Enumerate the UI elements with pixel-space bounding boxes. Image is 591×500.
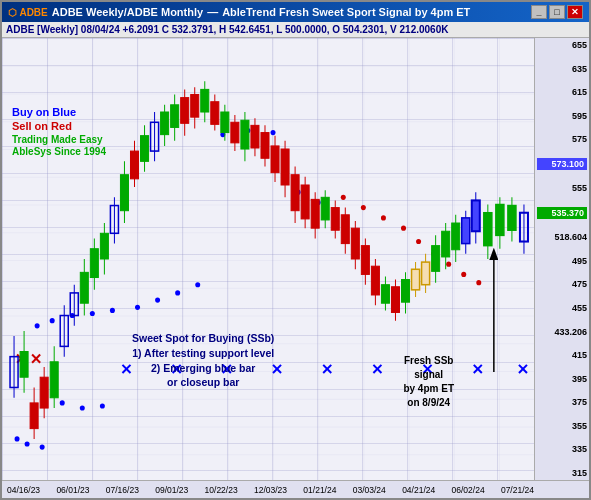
price-615: 615 <box>537 87 587 97</box>
svg-point-29 <box>476 280 481 285</box>
price-433: 433.206 <box>537 327 587 337</box>
svg-rect-91 <box>201 89 209 112</box>
price-573: 573.100 <box>537 158 587 170</box>
date-label-10: 07/21/24 <box>501 485 534 495</box>
price-535: 535.370 <box>537 207 587 219</box>
svg-rect-139 <box>442 231 450 257</box>
close-button[interactable]: ✕ <box>567 5 583 19</box>
svg-rect-103 <box>261 133 269 159</box>
price-axis: 655 635 615 595 575 573.100 555 535.370 … <box>534 38 589 480</box>
annotation-ssb: Sweet Spot for Buying (SSb) 1) After tes… <box>132 331 274 390</box>
price-475: 475 <box>537 279 587 289</box>
title-bar: ⬡ ADBE ADBE Weekly/ADBE Monthly — AbleTr… <box>2 2 589 22</box>
svg-point-27 <box>446 262 451 267</box>
chart-area: ADBE [Weekly] 08/04/24 +6.2091 C 532.379… <box>2 22 589 498</box>
svg-point-8 <box>175 290 180 295</box>
date-axis: 04/16/23 06/01/23 07/16/23 09/01/23 10/2… <box>2 480 589 498</box>
svg-rect-111 <box>301 185 309 219</box>
svg-rect-77 <box>130 151 138 179</box>
svg-rect-0 <box>2 38 534 480</box>
svg-rect-133 <box>412 269 420 290</box>
date-label-2: 07/16/23 <box>106 485 139 495</box>
svg-rect-83 <box>161 112 169 135</box>
svg-point-19 <box>25 441 30 446</box>
svg-rect-95 <box>221 112 229 133</box>
price-355: 355 <box>537 421 587 431</box>
window-title-path: ADBE Weekly/ADBE Monthly <box>52 6 203 18</box>
date-label-6: 01/21/24 <box>303 485 336 495</box>
svg-point-4 <box>90 311 95 316</box>
chart-svg <box>2 38 534 480</box>
app-logo: ⬡ ADBE <box>8 7 48 18</box>
date-label-9: 06/02/24 <box>452 485 485 495</box>
price-315: 315 <box>537 468 587 478</box>
svg-rect-149 <box>496 205 504 236</box>
svg-rect-57 <box>30 403 38 429</box>
svg-rect-89 <box>191 95 199 118</box>
svg-point-22 <box>361 205 366 210</box>
price-635: 635 <box>537 64 587 74</box>
svg-point-12 <box>271 130 276 135</box>
svg-rect-145 <box>472 200 480 231</box>
svg-rect-107 <box>281 149 289 185</box>
price-575: 575 <box>537 134 587 144</box>
svg-rect-69 <box>90 249 98 278</box>
svg-rect-143 <box>462 218 470 244</box>
svg-point-18 <box>15 436 20 441</box>
annotation-fresh-ssb: Fresh SSbsignalby 4pm ETon 8/9/24 <box>403 354 454 410</box>
price-555: 555 <box>537 183 587 193</box>
date-label-5: 12/03/23 <box>254 485 287 495</box>
date-label-8: 04/21/24 <box>402 485 435 495</box>
chart-canvas[interactable]: Buy on Blue Sell on Red Trading Made Eas… <box>2 38 534 480</box>
svg-rect-99 <box>241 120 249 149</box>
chart-header: ADBE [Weekly] 08/04/24 +6.2091 C 532.379… <box>2 22 589 38</box>
window-title: — <box>207 6 218 18</box>
price-518: 518.604 <box>537 232 587 242</box>
price-495: 495 <box>537 256 587 266</box>
svg-rect-125 <box>371 266 379 295</box>
svg-point-24 <box>401 226 406 231</box>
minimize-button[interactable]: _ <box>531 5 547 19</box>
price-655: 655 <box>537 40 587 50</box>
svg-point-16 <box>80 405 85 410</box>
date-label-3: 09/01/23 <box>155 485 188 495</box>
date-label-0: 04/16/23 <box>7 485 40 495</box>
svg-rect-135 <box>422 262 430 285</box>
svg-rect-87 <box>181 98 189 124</box>
svg-rect-151 <box>508 206 516 231</box>
svg-rect-123 <box>361 246 369 275</box>
svg-point-23 <box>381 215 386 220</box>
price-335: 335 <box>537 444 587 454</box>
svg-point-21 <box>341 195 346 200</box>
svg-rect-147 <box>484 213 492 246</box>
svg-rect-105 <box>271 146 279 173</box>
svg-rect-127 <box>381 285 389 304</box>
price-595: 595 <box>537 111 587 121</box>
svg-point-15 <box>60 400 65 405</box>
svg-point-6 <box>135 305 140 310</box>
svg-rect-101 <box>251 125 259 148</box>
svg-rect-131 <box>402 280 410 303</box>
maximize-button[interactable]: □ <box>549 5 565 19</box>
chart-info: ADBE [Weekly] 08/04/24 +6.2091 C 532.379… <box>6 24 448 35</box>
svg-point-5 <box>110 308 115 313</box>
svg-rect-113 <box>311 199 319 228</box>
date-label-7: 03/03/24 <box>353 485 386 495</box>
svg-rect-79 <box>141 136 149 162</box>
svg-rect-137 <box>432 246 440 272</box>
svg-rect-55 <box>20 352 28 378</box>
svg-rect-67 <box>80 272 88 303</box>
svg-rect-141 <box>452 223 460 250</box>
chart-body: Buy on Blue Sell on Red Trading Made Eas… <box>2 38 589 480</box>
price-395: 395 <box>537 374 587 384</box>
svg-point-17 <box>100 403 105 408</box>
date-label-4: 10/22/23 <box>205 485 238 495</box>
title-bar-left: ⬡ ADBE ADBE Weekly/ADBE Monthly — AbleTr… <box>8 6 470 18</box>
svg-rect-115 <box>321 197 329 220</box>
svg-rect-93 <box>211 102 219 125</box>
date-labels: 04/16/23 06/01/23 07/16/23 09/01/23 10/2… <box>7 483 534 497</box>
svg-rect-75 <box>120 175 128 211</box>
price-375: 375 <box>537 397 587 407</box>
date-label-1: 06/01/23 <box>56 485 89 495</box>
svg-rect-59 <box>40 377 48 408</box>
